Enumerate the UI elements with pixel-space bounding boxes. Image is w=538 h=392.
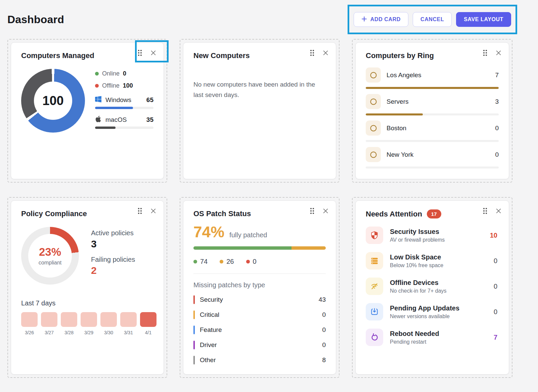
legend-value: 74 <box>200 258 208 265</box>
type-tick <box>193 326 195 334</box>
history-day-square <box>41 312 57 327</box>
card-title: Policy Compliance <box>21 209 153 218</box>
drag-handle-icon[interactable] <box>137 49 142 56</box>
legend-item: 26 <box>220 258 234 265</box>
ring-icon <box>366 120 381 136</box>
card-slot-computers-managed: Computers Managed 100 Online 0 Offlin <box>7 39 167 183</box>
ring-icon <box>366 94 381 109</box>
drag-handle-icon[interactable] <box>137 207 142 214</box>
close-icon[interactable] <box>496 208 501 214</box>
ring-bar <box>366 113 423 115</box>
history-day-square <box>21 312 38 327</box>
failing-policies-value: 2 <box>91 265 135 276</box>
add-card-label: ADD CARD <box>370 16 401 22</box>
history-day-date: 3/29 <box>81 330 97 335</box>
attention-row-security: Security Issues AV or firewall problems … <box>366 227 499 244</box>
close-icon[interactable] <box>150 208 156 214</box>
attention-subtitle: Pending restart <box>390 339 487 345</box>
close-icon[interactable] <box>496 50 501 56</box>
type-value: 0 <box>322 341 326 349</box>
patch-type-row: Critical0 <box>193 310 326 319</box>
ring-row: Servers 3 <box>366 94 499 115</box>
history-day-date: 3/28 <box>61 330 77 335</box>
drag-handle-icon[interactable] <box>483 49 488 56</box>
attention-value: 10 <box>490 232 499 239</box>
os-row-macos: macOS 35 <box>95 116 153 129</box>
history-day-square <box>140 312 156 327</box>
attention-title: Reboot Needed <box>390 330 487 338</box>
card-computers-managed: Computers Managed 100 Online 0 Offlin <box>11 42 164 179</box>
compliance-percent: 23% <box>39 246 61 258</box>
attention-subtitle: No check-in for 7+ days <box>390 288 487 294</box>
compliance-history: 3/26 3/27 3/28 3/29 3/30 3/31 4/1 <box>21 312 153 335</box>
attention-row-offline: Offline Devices No check-in for 7+ days … <box>366 278 499 295</box>
patch-type-row: Driver0 <box>193 341 326 349</box>
history-day: 3/26 <box>21 312 38 335</box>
page-header: Dashboard ADD CARD CANCEL SAVE LAYOUT <box>0 0 538 34</box>
attention-value: 0 <box>494 308 499 316</box>
active-policies-label: Active policies <box>91 229 135 237</box>
divider <box>193 274 326 274</box>
windows-icon <box>95 96 101 104</box>
history-day: 3/27 <box>41 312 57 335</box>
failing-policies-label: Failing policies <box>91 256 135 263</box>
attention-subtitle: AV or firewall problems <box>390 237 483 243</box>
legend-item-offline: Offline 100 <box>95 82 153 89</box>
restart-icon <box>366 329 383 346</box>
cancel-label: CANCEL <box>420 16 444 22</box>
patch-type-row: Other8 <box>193 356 326 364</box>
missing-patches-label: Missing patches by type <box>193 281 326 289</box>
history-day: 3/29 <box>81 312 97 335</box>
policy-donut: 23% compliant <box>21 227 79 285</box>
compliance-caption: compliant <box>39 260 61 266</box>
os-value: 35 <box>146 116 153 124</box>
drag-handle-icon[interactable] <box>310 49 315 56</box>
close-icon[interactable] <box>323 50 328 56</box>
save-layout-button[interactable]: SAVE LAYOUT <box>456 12 511 27</box>
ring-label: Los Angeles <box>387 71 489 79</box>
attention-value: 0 <box>494 283 499 290</box>
ring-row: New York 0 <box>366 147 499 168</box>
ring-value: 0 <box>495 125 499 132</box>
type-label: Driver <box>200 341 317 349</box>
amber-dot <box>220 260 223 263</box>
history-label: Last 7 days <box>21 299 153 307</box>
card-policy-compliance: Policy Compliance 23% compliant Active p… <box>11 200 164 375</box>
card-computers-by-ring: Computers by Ring Los Angeles 7 Servers … <box>355 42 509 179</box>
close-icon[interactable] <box>323 208 328 214</box>
policy-stats: Active policies 3 Failing policies 2 <box>91 229 135 282</box>
card-title: Needs Attention <box>366 210 422 218</box>
add-card-button[interactable]: ADD CARD <box>354 12 408 27</box>
legend-value: 0 <box>123 70 126 77</box>
shield-icon <box>366 227 383 244</box>
patch-type-row: Feature0 <box>193 326 326 334</box>
type-value: 0 <box>322 326 326 334</box>
legend-value: 26 <box>226 258 234 265</box>
type-value: 43 <box>319 296 326 303</box>
card-title: Computers by Ring <box>366 51 499 60</box>
card-slot-needs-attention: Needs Attention 17 Security Issues <box>352 197 512 378</box>
close-icon[interactable] <box>150 50 156 56</box>
attention-row-updates: Pending App Updates Newer versions avail… <box>366 303 499 321</box>
legend-value: 100 <box>123 82 133 89</box>
apple-icon <box>95 116 101 124</box>
partial-segment <box>292 246 326 250</box>
history-day-square <box>81 312 97 327</box>
computers-managed-donut: 100 <box>21 69 85 133</box>
attention-value: 0 <box>494 257 499 265</box>
card-slot-os-patch-status: OS Patch Status 74% fully patched 74 26 … <box>180 197 340 378</box>
os-label: Windows <box>105 96 142 104</box>
ring-value: 7 <box>495 71 499 79</box>
cancel-button[interactable]: CANCEL <box>413 12 452 27</box>
patch-legend: 74 26 0 <box>193 258 326 265</box>
empty-state-text: No new computers have been added in the … <box>193 80 326 100</box>
drag-handle-icon[interactable] <box>483 207 488 214</box>
ring-row: Boston 0 <box>366 120 499 142</box>
card-slot-policy-compliance: Policy Compliance 23% compliant Active p… <box>7 197 167 378</box>
drag-handle-icon[interactable] <box>310 207 315 214</box>
attention-row-reboot: Reboot Needed Pending restart 7 <box>366 329 499 346</box>
history-day-square <box>61 312 77 327</box>
attention-list: Security Issues AV or firewall problems … <box>366 227 499 346</box>
computers-managed-legend: Online 0 Offline 100 Windows <box>95 69 153 133</box>
attention-value: 7 <box>494 334 499 341</box>
